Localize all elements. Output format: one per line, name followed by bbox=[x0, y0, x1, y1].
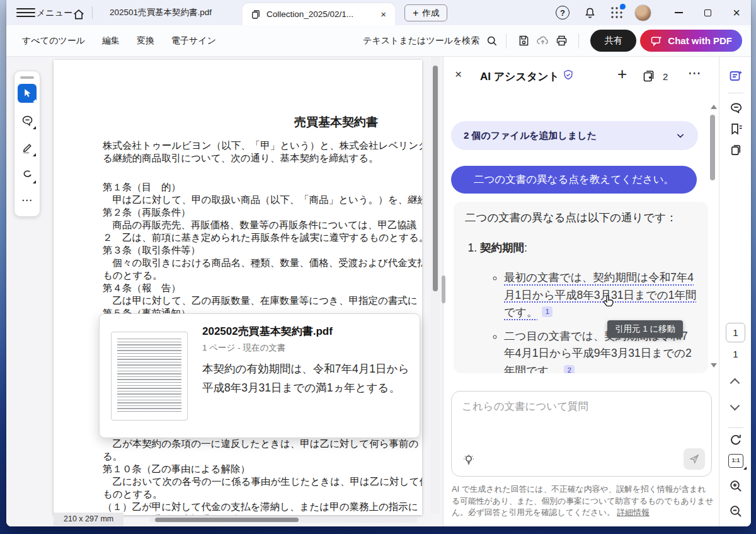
document-vertical-scrollbar[interactable] bbox=[431, 57, 440, 514]
esign-button[interactable]: 電子サイン bbox=[171, 35, 216, 47]
acrobat-window: メニュー 202501売買基本契約書.pdf Collection_2025/0… bbox=[6, 0, 751, 526]
create-label: 作成 bbox=[422, 8, 439, 19]
doc-line: 個々の取引きにおける商品名、種類、数量、価格、受渡および代金支払 bbox=[103, 257, 422, 269]
doc-line: 株式会社トゥールビヨン（以下、「甲」という）と、株式会社レベリング bbox=[103, 139, 422, 152]
citation-tooltip: 引用元 1 に移動 bbox=[607, 320, 683, 338]
create-button[interactable]: + 作成 bbox=[404, 4, 447, 21]
files-added-label: 2 個のファイルを追加しました bbox=[464, 130, 675, 142]
document-horizontal-scrollbar[interactable] bbox=[150, 517, 418, 523]
quick-tools-palette: ⋯ bbox=[14, 71, 40, 217]
h-scroll-thumb[interactable] bbox=[155, 518, 299, 522]
panel-scrollbar[interactable] bbox=[710, 115, 715, 180]
doc-line: （２）乙が手形、小切手の不渡をだしたとき bbox=[103, 513, 422, 515]
citation-source-popup[interactable]: 202502売買基本契約書.pdf 1 ページ - 現在の文書 本契約の有効期間… bbox=[99, 313, 420, 438]
response-intro: 二つの文書の異なる点は以下の通りです： bbox=[465, 210, 697, 225]
learn-more-link[interactable]: 詳細情報 bbox=[617, 508, 650, 517]
citation-link-1[interactable]: 最初の文書では、契約期間は令和7年4月1日から平成8年3月31日までの1年間です… bbox=[504, 271, 696, 318]
minimize-button[interactable] bbox=[664, 0, 693, 25]
select-tool[interactable] bbox=[18, 84, 37, 103]
close-window-button[interactable]: × bbox=[722, 0, 751, 25]
highlight-pen-tool[interactable] bbox=[18, 138, 37, 157]
panel-splitter-handle[interactable] bbox=[442, 276, 445, 303]
shield-check-icon bbox=[562, 69, 575, 81]
tab-document-1[interactable]: 202501売買基本契約書.pdf bbox=[101, 0, 238, 25]
titlebar-status-cluster: ? bbox=[556, 0, 651, 25]
doc-line: 甲は乙に対して、甲の取扱い商品（以下、「商品」という。）を、継続 bbox=[103, 194, 422, 206]
v-scroll-thumb[interactable] bbox=[433, 66, 438, 291]
zoom-in-icon[interactable] bbox=[728, 478, 744, 494]
maximize-button[interactable] bbox=[693, 0, 722, 25]
bookmarks-icon[interactable] bbox=[728, 120, 744, 137]
page-dimensions-label: 210 x 297 mm bbox=[54, 513, 123, 526]
files-added-notice[interactable]: 2 個のファイルを追加しました bbox=[451, 121, 698, 150]
window-controls: × bbox=[664, 0, 751, 25]
rail-divider bbox=[728, 93, 743, 93]
doc-line: 第４条（報 告） bbox=[103, 282, 422, 294]
convert-button[interactable]: 変換 bbox=[137, 35, 154, 47]
ai-assistant-panel: × AI アシスタント + 2 ⋯ 2 個のファイルを追加しました 二つの文書の… bbox=[443, 57, 719, 526]
print-icon[interactable] bbox=[552, 32, 571, 50]
tab-close-icon[interactable]: × bbox=[378, 9, 389, 20]
attached-documents-icon[interactable] bbox=[641, 68, 656, 83]
disclaimer-text: AI で生成された回答には、不正確な内容や、誤解を招く情報が含まれる可能性があり… bbox=[452, 484, 714, 517]
attached-documents-count: 2 bbox=[663, 71, 668, 82]
edit-button[interactable]: 編集 bbox=[102, 35, 120, 47]
comment-tool[interactable] bbox=[18, 111, 37, 130]
chat-with-pdf-button[interactable]: Chat with PDF bbox=[640, 30, 742, 52]
panel-scroll-up-arrow[interactable] bbox=[711, 105, 717, 109]
search-icon[interactable] bbox=[486, 35, 498, 47]
notifications-bell-icon[interactable] bbox=[580, 3, 599, 22]
actual-size-icon[interactable]: 1:1 bbox=[728, 454, 743, 468]
more-tools-ellipsis-icon[interactable]: ⋯ bbox=[21, 194, 33, 207]
save-icon[interactable] bbox=[514, 32, 533, 50]
all-tools-button[interactable]: すべてのツール bbox=[22, 35, 85, 47]
ai-response-card: 二つの文書の異なる点は以下の通りです： 契約期間: 最初の文書では、契約期間は令… bbox=[454, 202, 708, 373]
notification-dot bbox=[620, 4, 626, 9]
rotate-page-icon[interactable] bbox=[728, 432, 744, 448]
lasso-tool[interactable] bbox=[18, 165, 37, 184]
doc-line: 乙において次の各号の一に係る事由が生じたときは、甲は乙に対して何 bbox=[103, 475, 422, 488]
citation-badge-1[interactable]: 1 bbox=[542, 306, 553, 317]
ai-assistant-icon[interactable] bbox=[728, 68, 744, 84]
right-tool-rail: 1 1 1:1 bbox=[719, 57, 751, 526]
question-input[interactable] bbox=[452, 392, 711, 438]
palette-drag-handle[interactable] bbox=[20, 76, 34, 79]
send-button[interactable] bbox=[684, 448, 705, 470]
page-number-input[interactable]: 1 bbox=[726, 323, 745, 342]
comments-icon[interactable] bbox=[728, 100, 744, 116]
help-icon[interactable]: ? bbox=[556, 6, 570, 20]
next-page-chevron-icon[interactable] bbox=[730, 401, 740, 411]
apps-grid-icon[interactable] bbox=[610, 6, 624, 20]
tab-collection-active[interactable]: Collection_2025/02/1... × bbox=[243, 3, 395, 25]
tab-collection-label: Collection_2025/02/1... bbox=[266, 9, 378, 19]
avatar[interactable] bbox=[634, 4, 651, 21]
chat-bubble-icon bbox=[650, 35, 663, 47]
doc-line: ２ 乙は、前項に基き定められた再販条件を誠実に遵守するものとする。 bbox=[103, 231, 422, 244]
main-toolbar: すべてのツール 編集 変換 電子サイン テキストまたはツールを検索 共有 Cha… bbox=[6, 25, 751, 57]
home-icon[interactable] bbox=[69, 5, 88, 24]
doc-line: 商品の再販売先、再販価格、数量等の再販条件については、甲乙協議 bbox=[103, 219, 422, 231]
previous-page-chevron-icon[interactable] bbox=[730, 378, 740, 388]
search-bar[interactable]: テキストまたはツールを検索 bbox=[363, 35, 498, 47]
citation-badge-2[interactable]: 2 bbox=[564, 365, 575, 374]
pages-copy-icon[interactable] bbox=[728, 141, 744, 158]
menu-button[interactable]: メニュー bbox=[37, 8, 72, 19]
close-panel-icon[interactable]: × bbox=[455, 67, 462, 81]
popup-file-meta: 1 ページ - 現在の文書 bbox=[202, 342, 285, 354]
suggestions-bulb-icon[interactable] bbox=[461, 452, 477, 468]
doc-line: 乙が本契約の条項の一に違反したときは、甲は乙に対して何ら事前の bbox=[103, 438, 422, 450]
doc-line: 第１０条（乙の事由による解除） bbox=[103, 463, 422, 475]
collection-doc-icon bbox=[250, 9, 261, 20]
menu-hamburger-icon[interactable] bbox=[16, 6, 35, 20]
pdf-thumbnail[interactable] bbox=[111, 332, 188, 421]
panel-scroll-down-arrow[interactable] bbox=[711, 363, 717, 368]
zoom-out-icon[interactable] bbox=[728, 503, 744, 519]
doc-line: 第１条（目 的） bbox=[103, 181, 422, 194]
new-chat-plus-icon[interactable]: + bbox=[617, 64, 627, 84]
cloud-upload-icon[interactable] bbox=[533, 32, 552, 50]
page-total-label: 1 bbox=[719, 349, 751, 359]
share-button[interactable]: 共有 bbox=[590, 30, 636, 52]
hand-cursor-icon bbox=[602, 294, 616, 309]
panel-options-ellipsis-icon[interactable]: ⋯ bbox=[688, 66, 702, 81]
response-item-colon: : bbox=[524, 241, 527, 254]
